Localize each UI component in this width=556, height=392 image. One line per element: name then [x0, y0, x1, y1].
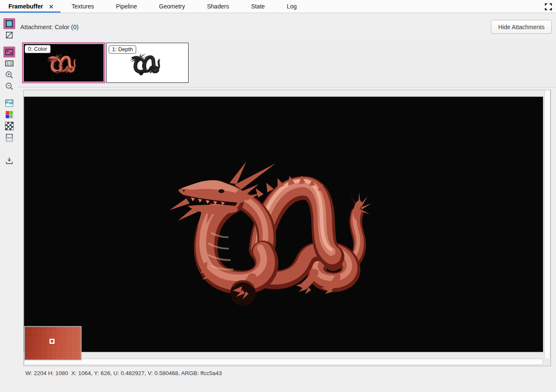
wireframe-quad-icon[interactable] [3, 30, 15, 41]
zoom-one-to-one-icon[interactable]: 1:1 [3, 58, 15, 69]
framebuffer-image[interactable] [24, 96, 543, 352]
pixel-status-text: W: 2204 H: 1080 X: 1064, Y: 626, U: 0.48… [25, 370, 222, 376]
framebuffer-viewer [23, 90, 551, 366]
alpha-checkerboard-icon[interactable] [3, 121, 15, 132]
horizontal-scrollbar[interactable] [24, 359, 543, 365]
tab-framebuffer-label: Framebuffer [8, 3, 43, 10]
fullscreen-icon[interactable] [545, 3, 552, 11]
image-preview-icon[interactable] [3, 98, 15, 109]
tab-framebuffer[interactable]: Framebuffer ✕ [0, 0, 60, 13]
attachment-badge-color: 0: Color [25, 45, 51, 53]
rgba-channels-icon[interactable]: a [3, 109, 15, 120]
attachments-strip: 0: Color 1: Depth [18, 40, 556, 88]
pixel-picker-magnifier[interactable] [24, 326, 82, 360]
svg-text:a: a [11, 115, 12, 118]
zoom-out-icon[interactable] [3, 81, 15, 92]
attachment-badge-depth: 1: Depth [109, 45, 136, 54]
tab-shaders[interactable]: Shaders [196, 0, 240, 13]
textured-quad-icon[interactable] [3, 18, 15, 29]
dragon-render [24, 97, 543, 352]
tab-state[interactable]: State [240, 0, 276, 13]
save-image-icon[interactable] [3, 155, 15, 166]
tab-pipeline[interactable]: Pipeline [105, 0, 148, 13]
zoom-fit-icon[interactable] [3, 47, 15, 58]
vertical-scrollbar[interactable] [544, 90, 551, 358]
tab-bar: Framebuffer ✕ Textures Pipeline Geometry… [0, 0, 556, 13]
tab-textures[interactable]: Textures [60, 0, 105, 13]
picker-center-square [49, 339, 55, 344]
flip-vertical-icon[interactable] [3, 132, 15, 143]
tab-geometry[interactable]: Geometry [148, 0, 196, 13]
hide-attachments-button[interactable]: Hide Attachments [491, 20, 552, 34]
svg-text:1:1: 1:1 [7, 61, 12, 66]
zoom-in-icon[interactable] [3, 69, 15, 80]
viewer-toolbar: 1:1 a [3, 18, 16, 166]
attachment-label: Attachment: Color (0) [20, 24, 79, 30]
tab-log[interactable]: Log [276, 0, 307, 13]
close-tab-icon[interactable]: ✕ [49, 3, 54, 10]
